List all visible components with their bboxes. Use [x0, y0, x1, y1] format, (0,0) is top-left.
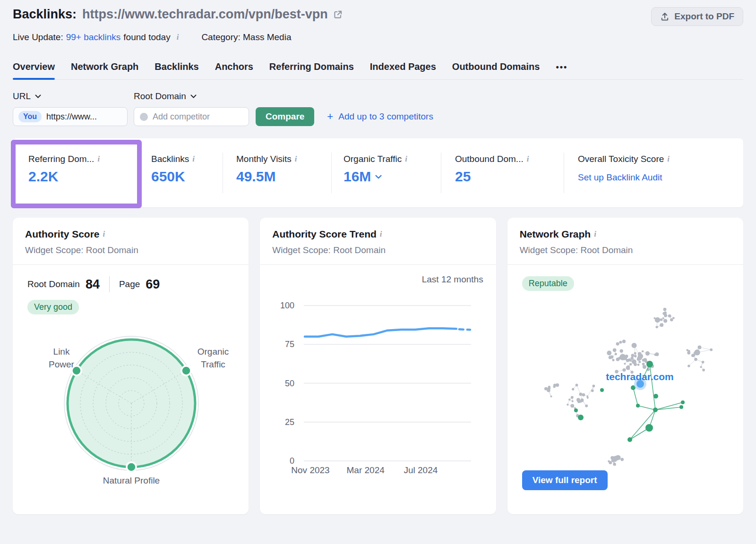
network-gray-layer	[544, 308, 713, 466]
compare-button[interactable]: Compare	[256, 107, 314, 126]
svg-text:100: 100	[280, 301, 294, 310]
info-icon[interactable]: i	[380, 230, 382, 239]
svg-text:50: 50	[285, 379, 294, 388]
axis-label-link: Link	[53, 347, 70, 357]
widgets-row: Authority Scorei Widget Scope: Root Doma…	[13, 218, 743, 514]
tab-referring-domains[interactable]: Referring Domains	[269, 61, 354, 79]
backlinks-overview-page: Backlinks: https://www.techradar.com/vpn…	[0, 0, 756, 514]
info-icon[interactable]: i	[594, 230, 596, 239]
url-scope-dropdown[interactable]: URL	[13, 91, 134, 102]
info-icon[interactable]: i	[527, 154, 529, 164]
external-link-icon[interactable]	[333, 9, 343, 20]
axis-label-traffic: Traffic	[201, 359, 225, 369]
page-title-prefix: Backlinks:	[13, 7, 77, 22]
authority-score-badge: Very good	[27, 300, 79, 314]
category-label: Category: Mass Media	[201, 32, 291, 42]
trend-range-label: Last 12 months	[260, 274, 483, 285]
radar-point-natural-profile	[127, 462, 136, 472]
plus-icon: +	[327, 110, 333, 123]
export-icon	[660, 12, 670, 21]
setup-backlink-audit-link[interactable]: Set up Backlink Audit	[578, 172, 670, 183]
divider	[441, 153, 441, 193]
network-graph-visualization[interactable]: techradar.com	[507, 291, 739, 499]
tab-network-graph[interactable]: Network Graph	[71, 61, 138, 79]
root-domain-score: 84	[86, 277, 100, 292]
axis-label-natural-profile: Natural Profile	[103, 476, 160, 485]
page-score-label: Page	[119, 279, 140, 289]
competitor-placeholder: Add competitor	[153, 112, 210, 122]
widget-scope: Widget Scope: Root Domain	[25, 245, 236, 255]
authority-score-values: Root Domain 84 Page 69	[27, 276, 249, 292]
info-icon[interactable]: i	[295, 154, 297, 164]
network-graph-card: Network Graphi Widget Scope: Root Domain…	[507, 218, 743, 514]
center-node-label: techradar.com	[606, 371, 674, 382]
export-to-pdf-button[interactable]: Export to PDF	[651, 7, 743, 26]
radar-point-organic-traffic	[181, 366, 191, 375]
trend-title: Authority Score Trend	[272, 229, 377, 240]
divider	[109, 276, 110, 292]
tab-indexed-pages[interactable]: Indexed Pages	[370, 61, 436, 79]
svg-text:0: 0	[290, 456, 294, 466]
info-icon[interactable]: i	[97, 154, 100, 164]
authority-score-title: Authority Score	[25, 229, 100, 240]
monthly-visits-value: 49.5M	[236, 169, 297, 185]
tab-backlinks[interactable]: Backlinks	[155, 61, 198, 79]
divider	[564, 153, 564, 193]
outbound-domains-value: 25	[455, 169, 529, 185]
authority-score-card: Authority Scorei Widget Scope: Root Doma…	[13, 218, 249, 514]
metric-referring-domains: Referring Dom...i 2.2K	[28, 154, 100, 185]
add-competitors-link[interactable]: + Add up to 3 competitors	[327, 110, 433, 123]
axis-label-power: Power	[49, 359, 75, 369]
view-full-report-button[interactable]: View full report	[522, 470, 608, 490]
svg-text:25: 25	[285, 417, 294, 427]
root-domain-scope-dropdown[interactable]: Root Domain	[134, 91, 197, 102]
live-update-link[interactable]: 99+ backlinks	[66, 32, 121, 42]
tabs-more-button[interactable]: •••	[556, 62, 567, 79]
authority-score-trend-card: Authority Score Trendi Widget Scope: Roo…	[260, 218, 496, 514]
info-icon[interactable]: i	[192, 154, 195, 164]
export-label: Export to PDF	[674, 11, 734, 22]
tab-anchors[interactable]: Anchors	[215, 61, 253, 79]
page-title: Backlinks: https://www.techradar.com/vpn…	[13, 7, 343, 22]
root-domain-score-label: Root Domain	[27, 279, 80, 289]
tab-overview[interactable]: Overview	[13, 61, 55, 79]
chevron-down-icon	[190, 94, 197, 98]
svg-text:Nov 2023: Nov 2023	[292, 465, 330, 475]
metric-organic-traffic: Organic Traffici 16M	[344, 154, 407, 185]
info-icon[interactable]: i	[103, 230, 105, 239]
metric-backlinks: Backlinksi 650K	[151, 154, 195, 185]
network-reputation-badge: Reputable	[522, 276, 574, 291]
authority-score-trend-chart: 0255075100Nov 2023Mar 2024Jul 2024	[260, 285, 491, 478]
referring-domains-value: 2.2K	[28, 169, 100, 185]
radar-score-area	[68, 340, 195, 467]
axis-label-organic: Organic	[198, 347, 229, 357]
live-update-suffix: found today	[123, 32, 170, 42]
widget-scope: Widget Scope: Root Domain	[272, 245, 483, 255]
metric-monthly-visits: Monthly Visitsi 49.5M	[236, 154, 297, 185]
divider	[331, 153, 332, 193]
report-tabs: Overview Network Graph Backlinks Anchors…	[13, 61, 743, 80]
organic-traffic-value: 16M	[344, 169, 371, 185]
chevron-down-icon[interactable]	[375, 175, 382, 179]
network-graph-title: Network Graph	[520, 229, 591, 240]
info-icon[interactable]: i	[177, 33, 179, 42]
subheader: Live Update: 99+ backlinks found today i…	[13, 32, 743, 42]
widget-scope: Widget Scope: Root Domain	[520, 245, 731, 255]
metric-outbound-domains: Outbound Dom...i 25	[455, 154, 529, 185]
summary-metrics-bar: Referring Dom...i 2.2K Backlinksi 650K M…	[13, 138, 743, 207]
svg-text:Mar 2024: Mar 2024	[347, 465, 385, 475]
authority-score-radar-chart: Link Power Organic Traffic Natural Profi…	[13, 319, 244, 495]
info-icon[interactable]: i	[405, 154, 407, 164]
divider	[223, 153, 223, 193]
filter-selectors: URL Root Domain	[13, 91, 743, 102]
you-domain-value: https://www...	[46, 112, 97, 122]
add-competitor-input[interactable]: Add competitor	[134, 107, 249, 126]
page-score: 69	[146, 277, 160, 292]
you-domain-input[interactable]: You https://www...	[13, 107, 128, 126]
info-icon[interactable]: i	[667, 154, 670, 164]
backlinks-value: 650K	[151, 169, 195, 185]
svg-text:Jul 2024: Jul 2024	[404, 465, 438, 475]
tab-outbound-domains[interactable]: Outbound Domains	[452, 61, 540, 79]
live-update-label: Live Update:	[13, 32, 63, 42]
page-header: Backlinks: https://www.techradar.com/vpn…	[13, 0, 743, 26]
